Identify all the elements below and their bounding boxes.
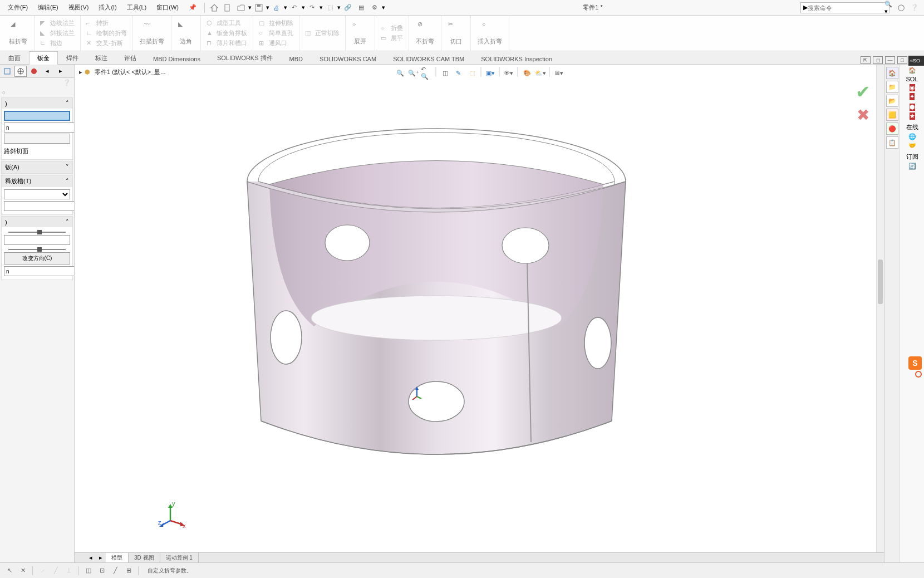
tab-sw-cam[interactable]: SOLIDWORKS CAM (311, 53, 385, 65)
collapse-icon[interactable]: ⇱ (861, 56, 871, 64)
open-icon[interactable] (235, 2, 247, 14)
sb-cursor-icon[interactable]: ↖ (4, 566, 14, 576)
select-icon[interactable]: ⬚ (324, 2, 336, 14)
gusset-button[interactable]: ▲钣金角撑板 (204, 28, 249, 38)
relief-input[interactable] (4, 201, 74, 211)
maximize-icon[interactable]: □ (897, 56, 907, 64)
tpo-red4-icon[interactable]: ★ (910, 112, 915, 120)
edge-flange-button[interactable]: ◤边线法兰 (38, 18, 77, 28)
undo-icon[interactable]: ↶ (288, 2, 301, 14)
tpo-red3-icon[interactable]: ⬢ (910, 104, 915, 111)
search-input[interactable] (808, 4, 884, 11)
corners-button[interactable]: ◣边角 (175, 19, 197, 47)
extruded-cut-button[interactable]: ▢拉伸切除 (257, 18, 296, 28)
view-tab-motion[interactable]: 运动算例 1 (160, 553, 199, 563)
menu-view[interactable]: 视图(V) (64, 1, 94, 14)
spinner-1-input[interactable] (4, 123, 74, 133)
view-tab-3dview[interactable]: 3D 视图 (129, 553, 160, 563)
sb-snap2-icon[interactable]: ⊡ (97, 566, 107, 576)
tpo-sub-icon[interactable]: 🔄 (908, 163, 916, 170)
tab-sw-inspection[interactable]: SOLIDWORKS Inspection (473, 53, 561, 65)
tp-view-palette-icon[interactable]: 🟨 (886, 109, 898, 121)
section-direction-header[interactable]: )˄ (2, 217, 72, 227)
scene-icon[interactable]: ⛅▾ (534, 67, 547, 79)
hide-show-icon[interactable]: 👁▾ (503, 67, 515, 79)
flatten-button[interactable]: ▭展平 (379, 33, 405, 43)
sb-snap3-icon[interactable]: ╱ (110, 566, 120, 576)
tp-custom-props-icon[interactable]: 📋 (886, 136, 898, 149)
slider-2[interactable] (4, 247, 70, 252)
tpo-globe-icon[interactable]: 🌐 (908, 133, 916, 140)
tab-weldments[interactable]: 焊件 (58, 51, 87, 65)
user-icon[interactable]: ◯ (895, 2, 907, 14)
menu-tools[interactable]: 工具(L) (122, 1, 151, 14)
rip-button[interactable]: ✂切口 (445, 19, 467, 47)
tab-sw-cam-tbm[interactable]: SOLIDWORKS CAM TBM (385, 53, 473, 65)
normal-cut-button[interactable]: ◫正常切除 (303, 28, 342, 38)
tpo-red1-icon[interactable]: ◉ (910, 84, 915, 91)
spinner-1[interactable]: ▴▾ (4, 123, 70, 134)
tab-evaluate[interactable]: 评估 (116, 51, 145, 65)
tab-nav-left-icon[interactable]: ◂ (86, 554, 96, 561)
tab-nav-right-icon[interactable]: ▸ (96, 554, 106, 561)
ok-button[interactable]: ✔ (856, 81, 871, 102)
section-allowance-header[interactable]: 钣(A)˅ (2, 161, 72, 173)
tab-sw-addins[interactable]: SOLIDWORKS 插件 (209, 51, 281, 65)
unfold-button[interactable]: ⟐展开 (349, 19, 371, 47)
section-1-header[interactable]: )˄ (2, 98, 72, 109)
fold-button[interactable]: ⟐折叠 (379, 23, 405, 33)
sketched-bend-button[interactable]: ∟绘制的折弯 (84, 28, 129, 38)
vertical-scrollbar[interactable] (876, 65, 884, 552)
new-icon[interactable] (222, 2, 234, 14)
graphics-viewport[interactable]: ▸ ⬢ 零件1 (默认< <默认>_显... 🔍 🔍⁺ ↶🔍 ◫ ✎ ⬚ ▣▾ … (75, 65, 884, 562)
save-icon[interactable] (253, 2, 265, 14)
dynamic-annotation-icon[interactable]: ✎ (453, 67, 465, 79)
gear-icon[interactable]: ⚙ (368, 2, 381, 14)
nav-right-icon[interactable]: ▸ (55, 66, 67, 77)
menu-pin-icon[interactable]: 📌 (184, 2, 201, 13)
reverse-direction-button[interactable]: 改变方向(C) (4, 252, 70, 264)
tpo-hands-icon[interactable]: 🤝 (908, 142, 916, 149)
zoom-area-icon[interactable]: 🔍⁺ (407, 67, 420, 79)
property-tab-icon[interactable] (14, 66, 27, 77)
tp-design-lib-icon[interactable]: 📁 (886, 81, 898, 93)
direction-input[interactable] (4, 266, 74, 276)
breadcrumb-text[interactable]: 零件1 (默认< <默认>_显... (95, 68, 165, 76)
sb-dim-icon[interactable]: ⟋ (37, 566, 47, 576)
no-bends-button[interactable]: ⊘不折弯 (412, 19, 438, 47)
breadcrumb-arrow-icon[interactable]: ▸ (79, 68, 82, 76)
ime-badge-icon[interactable]: S (908, 356, 922, 370)
section-view-icon[interactable]: ◫ (439, 67, 451, 79)
tab-sheetmetal[interactable]: 钣金 (29, 51, 58, 65)
redo-icon[interactable]: ↷ (306, 2, 318, 14)
tab-slot-button[interactable]: ⊓薄片和槽口 (204, 38, 249, 48)
relief-type-select[interactable] (4, 189, 70, 199)
tp-home-icon[interactable]: 🏠 (886, 67, 898, 79)
tab-mbd-dimensions[interactable]: MBD Dimensions (145, 53, 209, 65)
forming-tool-button[interactable]: ⬡成型工具 (204, 18, 249, 28)
home-icon[interactable] (208, 2, 220, 14)
list-icon[interactable]: ▤ (355, 2, 367, 14)
tpo-home-icon[interactable]: 🏠 (908, 67, 916, 74)
menu-file[interactable]: 文件(F) (3, 1, 32, 14)
sb-ortho-icon[interactable]: ⊥ (64, 566, 74, 576)
nav-left-icon[interactable]: ◂ (41, 66, 53, 77)
slider-1[interactable] (4, 229, 70, 235)
tab-mbd[interactable]: MBD (281, 53, 311, 65)
cross-break-button[interactable]: ✕交叉-折断 (84, 38, 129, 48)
jog-button[interactable]: ⌐转折 (84, 18, 129, 28)
vent-button[interactable]: ⊞通风口 (257, 38, 296, 48)
config-tab-icon[interactable] (28, 66, 40, 77)
feature-tree-tab-icon[interactable] (1, 66, 13, 77)
menu-insert[interactable]: 插入(I) (94, 1, 121, 14)
tab-surface[interactable]: 曲面 (0, 51, 29, 65)
search-icon[interactable]: 🔍▾ (884, 1, 892, 15)
print-icon[interactable]: 🖨 (271, 2, 283, 14)
help-icon[interactable]: ❔ (908, 2, 921, 14)
menu-edit[interactable]: 编辑(E) (33, 1, 63, 14)
so-flyout-tab[interactable]: «SO (908, 56, 924, 66)
display-style-icon[interactable]: ▣▾ (484, 67, 497, 79)
checkbox-slope[interactable]: 路斜切面 (4, 145, 70, 157)
zoom-fit-icon[interactable]: 🔍 (394, 67, 406, 79)
view-orientation-icon[interactable]: ⬚ (466, 67, 478, 79)
